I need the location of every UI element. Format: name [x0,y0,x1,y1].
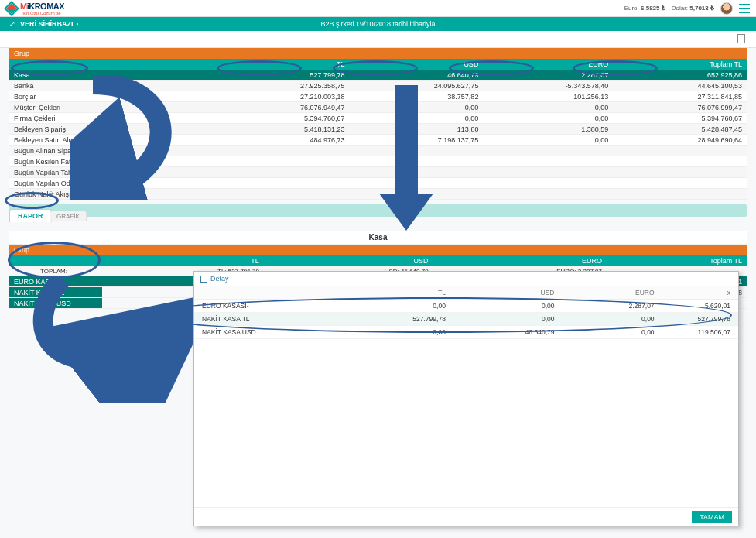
logo-subtitle: İşin Özü Çözüm'de [22,11,64,15]
col-tl[interactable]: TL [216,59,350,70]
tab-grafik[interactable]: GRAFİK [50,211,87,221]
detail-table: TL USD EURO x EURO KASASI-0,000,002.287,… [194,286,738,339]
summary-table: Grup TL USD EURO Toplam TL Kasa527.799,7… [9,48,747,200]
expand-icon[interactable]: ⤢ [9,20,15,28]
sub-col-usd[interactable]: USD [264,255,433,266]
col-euro[interactable]: EURO [483,59,613,70]
table-row[interactable]: Günlük Nakit Akışı [9,189,747,200]
logo-rest: iKROMAX [27,2,64,11]
avatar[interactable] [720,2,733,15]
app-logo: MiKROMAX İşin Özü Çözüm'de [6,2,64,15]
sub-col-euro[interactable]: EURO [433,255,607,266]
detail-header: Detay [194,272,738,286]
group-header-row: Grup [9,48,747,59]
sub-grup-header: Grup [9,245,102,255]
main-table-container: Grup TL USD EURO Toplam TL Kasa527.799,7… [0,48,756,200]
wizard-title: VERİ SİHİRBAZI [20,20,74,28]
sub-col-tl[interactable]: TL [102,255,264,266]
table-row[interactable]: Bekleyen Satın Alma484.976,737.198.137,7… [9,135,747,146]
detail-panel: Detay TL USD EURO x EURO KASASI-0,000,00… [193,271,739,526]
top-right: Euro: 6,5825 ₺ Dolar: 5,7013 ₺ [624,2,750,15]
sub-title: Kasa [9,231,747,245]
tab-rapor[interactable]: RAPOR [9,209,52,222]
table-row[interactable]: Borçlar27.210.003,1838.757,82101.256,132… [9,91,747,102]
detail-title: Detay [210,275,229,283]
table-row[interactable]: Müşteri Çekleri76.076.949,470,000,0076.0… [9,102,747,113]
ok-button[interactable]: TAMAM [692,511,732,523]
wizard-bar: ⤢ VERİ SİHİRBAZI › B2B şirketi 19/10/201… [0,17,756,31]
col-usd[interactable]: USD [350,59,484,70]
table-row[interactable]: Bugün Alınan Sipariş [9,146,747,156]
table-row[interactable]: Firma Çekleri5.394.760,670,000,005.394.7… [9,113,747,124]
table-row[interactable]: Kasa527.799,7846.640,792.287,07652.925,8… [9,70,747,81]
table-row[interactable]: EURO KASASI-0,000,002.287,075.620,01 [194,300,738,313]
table-row[interactable]: Bugün Yapılan Ödeme [9,178,747,189]
logo-icon [4,1,19,16]
top-bar: MiKROMAX İşin Özü Çözüm'de Euro: 6,5825 … [0,0,756,17]
table-row[interactable]: Banka27.925.358,7524.095.627,75-5.343.57… [9,81,747,91]
euro-rate: Euro: 6,5825 ₺ [624,5,665,12]
table-row[interactable]: Bekleyen Sipariş5.418.131,23113,801.380,… [9,124,747,135]
dolar-rate: Dolar: 5,7013 ₺ [672,5,714,12]
menu-icon[interactable] [739,4,750,13]
section-divider [9,204,747,217]
wizard-subtitle: B2B şirketi 19/10/2018 tarihi itibariyla [320,20,435,28]
detail-footer: TAMAM [194,507,738,526]
detail-icon [200,276,207,283]
column-header-row: TL USD EURO Toplam TL [9,59,747,70]
group-header: Grup [9,48,747,59]
chevron-icon: › [77,20,79,28]
toolbar-spacer [0,31,756,48]
table-row[interactable]: NAKİT KASA TL527.799,780,000,00527.799,7… [194,313,738,326]
copy-icon[interactable] [737,34,745,43]
col-toplam[interactable]: Toplam TL [613,59,747,70]
logo-letter: M [20,2,27,11]
table-row[interactable]: Bugün Yapılan Tahsilat [9,167,747,178]
detail-col-header: TL USD EURO x [194,286,738,300]
tab-strip: RAPOR GRAFİK [9,217,747,231]
sub-col-toplam[interactable]: Toplam TL [607,255,747,266]
table-row[interactable]: NAKİT KASA USD0,0046.640,790,00119.506,0… [194,326,738,339]
sub-col-header: TL USD EURO Toplam TL [9,255,747,266]
table-row[interactable]: Bugün Kesilen Fatura [9,156,747,167]
